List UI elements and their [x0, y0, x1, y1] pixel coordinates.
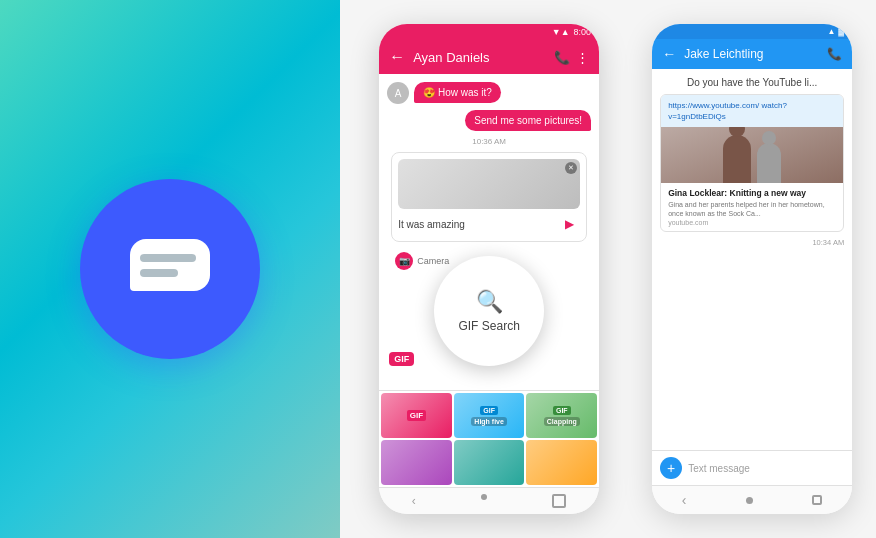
toolbar-icons: 📞 ⋮ [554, 50, 589, 65]
gif-cell-4[interactable] [381, 440, 452, 485]
gif-label-clapping: Clapping [544, 417, 580, 426]
nav-home-button[interactable] [481, 494, 487, 500]
gif-search-overlay[interactable]: 🔍 GIF Search [434, 256, 544, 366]
right-input-row: + Text message [652, 450, 852, 485]
message-line-1 [140, 254, 196, 262]
attachment-close[interactable]: ✕ [565, 162, 577, 174]
youtube-site: youtube.com [668, 219, 836, 226]
gif-search-icon: 🔍 [476, 289, 503, 315]
call-icon[interactable]: 📞 [554, 50, 570, 65]
right-back-icon[interactable]: ← [662, 46, 676, 62]
right-contact-name: Jake Leichtling [684, 47, 819, 61]
person-1-silhouette [723, 135, 751, 183]
nav-back-button[interactable]: ‹ [412, 494, 416, 508]
received-bubble-1: A 😍 How was it? [387, 82, 591, 104]
gif-cell-6[interactable] [526, 440, 597, 485]
center-toolbar: ← Ayan Daniels 📞 ⋮ [379, 40, 599, 74]
message-icon [130, 239, 210, 291]
add-button[interactable]: + [660, 457, 682, 479]
message-input-field[interactable]: It was amazing [398, 219, 554, 230]
camera-icon[interactable]: 📷 [395, 252, 413, 270]
attachment-area: ✕ It was amazing ▶ [391, 152, 587, 242]
gif-cell-5[interactable] [454, 440, 525, 485]
right-phone-wrapper: ▲ ▓ ← Jake Leichtling 📞 Do you have the … [638, 0, 876, 538]
gif-grid: GIF GIF High five GIF Clapping [379, 391, 599, 487]
right-panels: ▼▲ 8:00 ← Ayan Daniels 📞 ⋮ A 😍 How was i… [340, 0, 876, 538]
gif-label-highfive: High five [471, 417, 507, 426]
message-input-row: It was amazing ▶ [398, 213, 580, 235]
signal-icon: ▼▲ [552, 27, 570, 37]
youtube-link-card[interactable]: https://www.youtube.com/ watch?v=1gnDtbE… [660, 94, 844, 232]
sent-bubble-1-wrap: Send me some pictures! [387, 110, 591, 131]
thumbnail-persons [661, 127, 843, 183]
youtube-desc: Gina and her parents helped her in her h… [668, 200, 836, 218]
right-signal-icon: ▲ [827, 27, 835, 36]
center-nav-bar: ‹ [379, 487, 599, 514]
youtube-thumbnail [661, 127, 843, 183]
chat-question: Do you have the YouTube li... [660, 77, 844, 88]
center-phone: ▼▲ 8:00 ← Ayan Daniels 📞 ⋮ A 😍 How was i… [379, 24, 599, 514]
contact-avatar: A [387, 82, 409, 104]
attachment-image: ✕ [398, 159, 580, 209]
gif-keyboard: GIF GIF High five GIF Clapping [379, 390, 599, 487]
sent-bubble-1: Send me some pictures! [465, 110, 591, 131]
right-nav-home[interactable] [746, 497, 753, 504]
youtube-info: Gina Locklear: Knitting a new way Gina a… [661, 183, 843, 230]
right-call-icon[interactable]: 📞 [827, 47, 842, 61]
message-line-2 [140, 269, 178, 277]
right-nav-back[interactable]: ‹ [682, 492, 687, 508]
gif-search-label: GIF Search [458, 319, 519, 333]
bubble-text-1: 😍 How was it? [414, 82, 501, 103]
right-nav-recents[interactable] [812, 495, 822, 505]
youtube-url: https://www.youtube.com/ watch?v=1gnDtbE… [661, 95, 843, 127]
right-phone: ▲ ▓ ← Jake Leichtling 📞 Do you have the … [652, 24, 852, 514]
app-icon-circle [80, 179, 260, 359]
back-icon[interactable]: ← [389, 48, 405, 66]
contact-name: Ayan Daniels [413, 50, 546, 65]
gif-cell-2[interactable]: GIF High five [454, 393, 525, 438]
time-label: 8:00 [574, 27, 592, 37]
gif-cell-1[interactable]: GIF [381, 393, 452, 438]
gif-cell-3[interactable]: GIF Clapping [526, 393, 597, 438]
right-chat-area: Do you have the YouTube li... https://ww… [652, 69, 852, 450]
right-text-input[interactable]: Text message [688, 463, 844, 474]
right-nav-bar: ‹ [652, 485, 852, 514]
person-2-silhouette [757, 143, 781, 183]
right-timestamp: 10:34 AM [660, 238, 844, 247]
message-bubble [130, 239, 210, 291]
chat-timestamp: 10:36 AM [387, 137, 591, 146]
more-icon[interactable]: ⋮ [576, 50, 589, 65]
camera-label: Camera [417, 256, 449, 266]
right-battery-icon: ▓ [838, 27, 844, 36]
center-phone-wrapper: ▼▲ 8:00 ← Ayan Daniels 📞 ⋮ A 😍 How was i… [340, 0, 638, 538]
nav-recents-button[interactable] [552, 494, 566, 508]
send-button[interactable]: ▶ [558, 213, 580, 235]
left-panel [0, 0, 340, 538]
right-status-bar: ▲ ▓ [652, 24, 852, 39]
gif-badge[interactable]: GIF [389, 352, 414, 366]
center-status-bar: ▼▲ 8:00 [379, 24, 599, 40]
youtube-title: Gina Locklear: Knitting a new way [668, 188, 836, 198]
right-toolbar: ← Jake Leichtling 📞 [652, 39, 852, 69]
